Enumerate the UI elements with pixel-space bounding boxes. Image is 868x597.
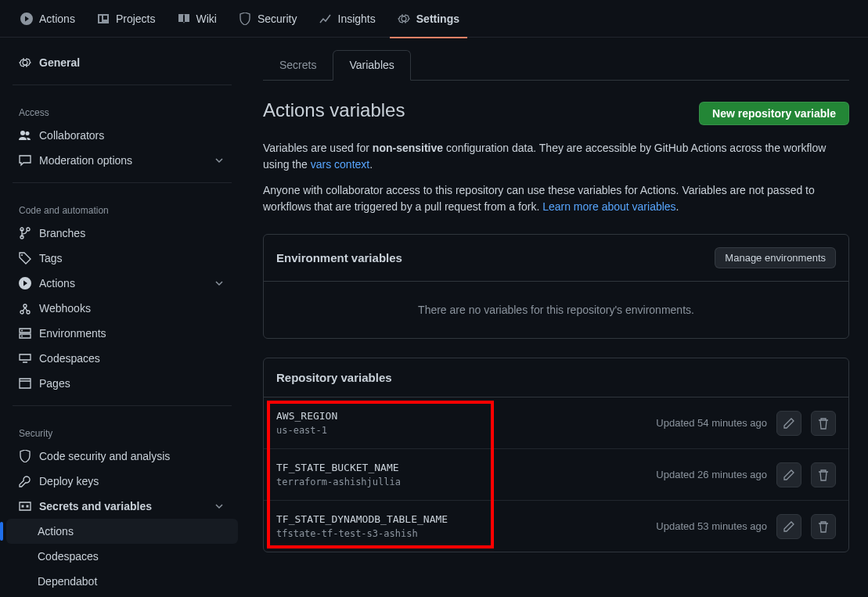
variable-row: TF_STATE_DYNAMODB_TABLE_NAME tfstate-tf-…: [264, 500, 848, 552]
sidebar-item-moderation-options[interactable]: Moderation options: [0, 148, 244, 173]
book-icon: [178, 13, 190, 25]
sidebar-item-label: Actions: [39, 277, 75, 290]
topnav-wiki[interactable]: Wiki: [170, 0, 225, 38]
new-repository-variable-button[interactable]: New repository variable: [699, 102, 849, 125]
topnav-label: Insights: [338, 13, 376, 25]
sidebar-section-title: Security: [0, 415, 244, 444]
sidebar-item-code-security-and-analysis[interactable]: Code security and analysis: [0, 444, 244, 469]
sidebar-subitem-actions[interactable]: Actions: [6, 519, 238, 544]
chevron-down-icon: [213, 154, 225, 167]
topnav-label: Settings: [416, 13, 459, 25]
environment-variables-empty: There are no variables for this reposito…: [264, 282, 848, 338]
variable-row: TF_STATE_BUCKET_NAME terraform-ashishjul…: [264, 448, 848, 500]
sidebar-item-label: Deploy keys: [39, 475, 99, 487]
browser-icon: [19, 377, 31, 390]
manage-environments-button[interactable]: Manage environments: [715, 247, 836, 268]
main-content: SecretsVariables Actions variables New r…: [244, 38, 868, 597]
project-icon: [97, 13, 110, 25]
sidebar-general-label: General: [39, 56, 80, 69]
variable-updated: Updated 53 minutes ago: [656, 520, 767, 532]
settings-sidebar: General AccessCollaboratorsModeration op…: [0, 38, 244, 597]
vars-context-link[interactable]: vars context: [311, 158, 369, 171]
sidebar-item-secrets-and-variables[interactable]: Secrets and variables: [0, 494, 244, 519]
graph-icon: [319, 13, 332, 25]
trash-icon: [817, 417, 830, 430]
environment-variables-panel: Environment variables Manage environment…: [263, 234, 849, 339]
variable-name: TF_STATE_DYNAMODB_TABLE_NAME: [276, 513, 646, 525]
sidebar-item-label: Pages: [39, 377, 70, 390]
environment-variables-title: Environment variables: [276, 251, 402, 264]
page-title: Actions variables: [263, 99, 405, 121]
sidebar-item-label: Tags: [39, 252, 63, 264]
play-icon: [19, 277, 31, 290]
variable-updated: Updated 26 minutes ago: [656, 469, 767, 480]
variable-updated: Updated 54 minutes ago: [656, 417, 767, 429]
topnav-insights[interactable]: Insights: [312, 0, 384, 38]
sidebar-item-webhooks[interactable]: Webhooks: [0, 296, 244, 321]
chevron-down-icon: [213, 277, 225, 290]
sidebar-item-label: Secrets and variables: [39, 500, 152, 512]
delete-variable-button[interactable]: [811, 514, 836, 539]
sidebar-item-label: Collaborators: [39, 129, 104, 142]
key-icon: [19, 475, 31, 487]
play-icon: [20, 13, 33, 25]
pencil-icon: [783, 520, 795, 533]
variable-value: tfstate-tf-test-s3-ashish: [276, 528, 646, 539]
sidebar-item-label: Branches: [39, 227, 85, 239]
sidebar-item-environments[interactable]: Environments: [0, 321, 244, 346]
variable-name: TF_STATE_BUCKET_NAME: [276, 462, 646, 473]
topnav-label: Security: [258, 13, 297, 25]
tab-variables[interactable]: Variables: [333, 50, 410, 81]
topnav-actions[interactable]: Actions: [13, 0, 83, 38]
people-icon: [19, 129, 31, 142]
topnav-security[interactable]: Security: [231, 0, 305, 38]
chevron-down-icon: [213, 500, 225, 512]
sidebar-item-branches[interactable]: Branches: [0, 221, 244, 246]
topnav-label: Projects: [116, 13, 156, 25]
sidebar-item-codespaces[interactable]: Codespaces: [0, 346, 244, 371]
sidebar-item-label: Environments: [39, 327, 106, 340]
sidebar-item-label: Codespaces: [39, 352, 100, 365]
delete-variable-button[interactable]: [811, 462, 836, 487]
gear-icon: [19, 56, 31, 69]
keyasterisk-icon: [19, 500, 31, 512]
sidebar-item-actions[interactable]: Actions: [0, 271, 244, 296]
secrets-variables-tabs: SecretsVariables: [263, 50, 849, 81]
server-icon: [19, 327, 31, 340]
codespaces-icon: [19, 352, 31, 365]
trash-icon: [817, 469, 830, 481]
shield-icon: [239, 13, 251, 25]
pencil-icon: [783, 469, 795, 481]
repository-variables-panel: Repository variables AWS_REGION us-east-…: [263, 358, 849, 552]
sidebar-item-pages[interactable]: Pages: [0, 371, 244, 396]
tab-secrets[interactable]: Secrets: [263, 50, 333, 80]
sidebar-item-collaborators[interactable]: Collaborators: [0, 123, 244, 148]
sidebar-section-title: Code and automation: [0, 192, 244, 221]
topnav-projects[interactable]: Projects: [89, 0, 164, 38]
sidebar-general[interactable]: General: [0, 50, 244, 75]
edit-variable-button[interactable]: [776, 462, 801, 487]
variable-name: AWS_REGION: [276, 410, 646, 422]
edit-variable-button[interactable]: [776, 411, 801, 436]
sidebar-subitem-codespaces[interactable]: Codespaces: [0, 544, 244, 569]
sidebar-item-deploy-keys[interactable]: Deploy keys: [0, 469, 244, 494]
branch-icon: [19, 227, 31, 239]
description-1: Variables are used for non-sensitive con…: [263, 140, 849, 173]
delete-variable-button[interactable]: [811, 411, 836, 436]
topnav-label: Actions: [39, 13, 75, 25]
tag-icon: [19, 252, 31, 264]
variable-row: AWS_REGION us-east-1 Updated 54 minutes …: [264, 397, 848, 448]
description-2: Anyone with collaborator access to this …: [263, 182, 849, 215]
gear-icon: [398, 13, 410, 25]
sidebar-item-label: Moderation options: [39, 154, 132, 167]
variable-value: us-east-1: [276, 425, 646, 436]
sidebar-subitem-dependabot[interactable]: Dependabot: [0, 569, 244, 594]
repository-variables-title: Repository variables: [276, 371, 392, 384]
sidebar-item-tags[interactable]: Tags: [0, 246, 244, 271]
variable-value: terraform-ashishjullia: [276, 477, 646, 487]
topnav-label: Wiki: [196, 13, 217, 25]
edit-variable-button[interactable]: [776, 514, 801, 539]
learn-more-variables-link[interactable]: Learn more about variables: [542, 200, 675, 213]
topnav-settings[interactable]: Settings: [390, 0, 467, 38]
sidebar-section-title: Access: [0, 95, 244, 123]
